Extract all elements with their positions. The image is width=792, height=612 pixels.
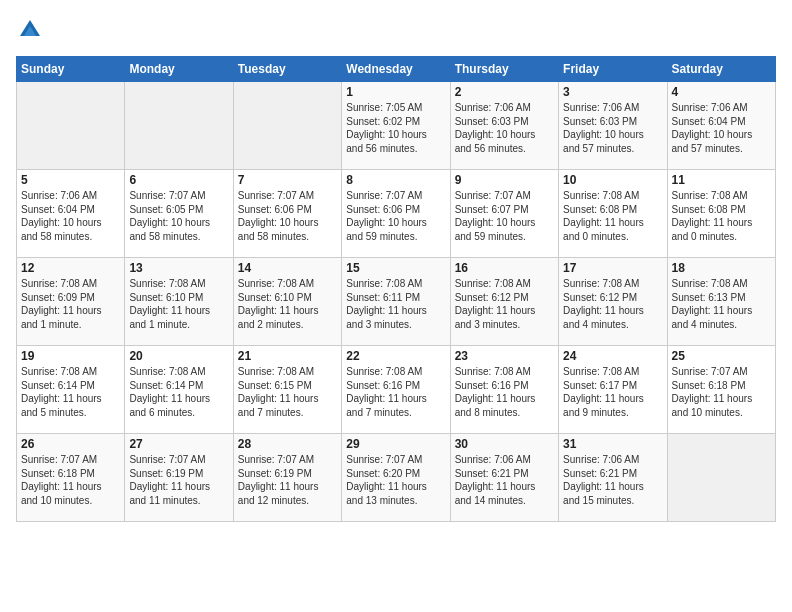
day-info: Sunrise: 7:06 AM Sunset: 6:04 PM Dayligh…	[21, 189, 120, 243]
day-number: 26	[21, 437, 120, 451]
calendar-cell: 19Sunrise: 7:08 AM Sunset: 6:14 PM Dayli…	[17, 346, 125, 434]
calendar-week-3: 19Sunrise: 7:08 AM Sunset: 6:14 PM Dayli…	[17, 346, 776, 434]
calendar-cell: 10Sunrise: 7:08 AM Sunset: 6:08 PM Dayli…	[559, 170, 667, 258]
day-info: Sunrise: 7:08 AM Sunset: 6:10 PM Dayligh…	[129, 277, 228, 331]
calendar-week-0: 1Sunrise: 7:05 AM Sunset: 6:02 PM Daylig…	[17, 82, 776, 170]
calendar-cell: 30Sunrise: 7:06 AM Sunset: 6:21 PM Dayli…	[450, 434, 558, 522]
calendar-cell: 2Sunrise: 7:06 AM Sunset: 6:03 PM Daylig…	[450, 82, 558, 170]
calendar-cell: 27Sunrise: 7:07 AM Sunset: 6:19 PM Dayli…	[125, 434, 233, 522]
header-saturday: Saturday	[667, 57, 775, 82]
day-info: Sunrise: 7:06 AM Sunset: 6:03 PM Dayligh…	[563, 101, 662, 155]
day-info: Sunrise: 7:08 AM Sunset: 6:12 PM Dayligh…	[563, 277, 662, 331]
calendar-cell: 16Sunrise: 7:08 AM Sunset: 6:12 PM Dayli…	[450, 258, 558, 346]
day-info: Sunrise: 7:06 AM Sunset: 6:03 PM Dayligh…	[455, 101, 554, 155]
day-info: Sunrise: 7:07 AM Sunset: 6:19 PM Dayligh…	[129, 453, 228, 507]
header-sunday: Sunday	[17, 57, 125, 82]
logo	[16, 16, 48, 44]
calendar-cell: 9Sunrise: 7:07 AM Sunset: 6:07 PM Daylig…	[450, 170, 558, 258]
calendar-cell: 21Sunrise: 7:08 AM Sunset: 6:15 PM Dayli…	[233, 346, 341, 434]
calendar-cell: 12Sunrise: 7:08 AM Sunset: 6:09 PM Dayli…	[17, 258, 125, 346]
calendar-cell: 17Sunrise: 7:08 AM Sunset: 6:12 PM Dayli…	[559, 258, 667, 346]
day-info: Sunrise: 7:08 AM Sunset: 6:16 PM Dayligh…	[346, 365, 445, 419]
day-number: 8	[346, 173, 445, 187]
day-number: 17	[563, 261, 662, 275]
calendar-week-2: 12Sunrise: 7:08 AM Sunset: 6:09 PM Dayli…	[17, 258, 776, 346]
day-number: 3	[563, 85, 662, 99]
day-number: 13	[129, 261, 228, 275]
calendar-cell: 8Sunrise: 7:07 AM Sunset: 6:06 PM Daylig…	[342, 170, 450, 258]
day-info: Sunrise: 7:08 AM Sunset: 6:09 PM Dayligh…	[21, 277, 120, 331]
day-number: 19	[21, 349, 120, 363]
day-number: 25	[672, 349, 771, 363]
day-info: Sunrise: 7:07 AM Sunset: 6:18 PM Dayligh…	[672, 365, 771, 419]
day-info: Sunrise: 7:08 AM Sunset: 6:17 PM Dayligh…	[563, 365, 662, 419]
day-info: Sunrise: 7:05 AM Sunset: 6:02 PM Dayligh…	[346, 101, 445, 155]
calendar-cell: 26Sunrise: 7:07 AM Sunset: 6:18 PM Dayli…	[17, 434, 125, 522]
day-number: 10	[563, 173, 662, 187]
calendar-cell	[17, 82, 125, 170]
day-info: Sunrise: 7:06 AM Sunset: 6:21 PM Dayligh…	[563, 453, 662, 507]
calendar-cell: 13Sunrise: 7:08 AM Sunset: 6:10 PM Dayli…	[125, 258, 233, 346]
day-number: 31	[563, 437, 662, 451]
calendar-cell: 7Sunrise: 7:07 AM Sunset: 6:06 PM Daylig…	[233, 170, 341, 258]
day-number: 24	[563, 349, 662, 363]
day-number: 9	[455, 173, 554, 187]
day-number: 27	[129, 437, 228, 451]
day-number: 23	[455, 349, 554, 363]
day-info: Sunrise: 7:07 AM Sunset: 6:07 PM Dayligh…	[455, 189, 554, 243]
day-info: Sunrise: 7:07 AM Sunset: 6:06 PM Dayligh…	[346, 189, 445, 243]
calendar-cell: 22Sunrise: 7:08 AM Sunset: 6:16 PM Dayli…	[342, 346, 450, 434]
day-info: Sunrise: 7:08 AM Sunset: 6:16 PM Dayligh…	[455, 365, 554, 419]
day-number: 7	[238, 173, 337, 187]
calendar-cell: 6Sunrise: 7:07 AM Sunset: 6:05 PM Daylig…	[125, 170, 233, 258]
day-number: 15	[346, 261, 445, 275]
day-number: 29	[346, 437, 445, 451]
header-monday: Monday	[125, 57, 233, 82]
day-info: Sunrise: 7:07 AM Sunset: 6:18 PM Dayligh…	[21, 453, 120, 507]
header-tuesday: Tuesday	[233, 57, 341, 82]
day-number: 4	[672, 85, 771, 99]
day-info: Sunrise: 7:07 AM Sunset: 6:20 PM Dayligh…	[346, 453, 445, 507]
calendar-cell: 20Sunrise: 7:08 AM Sunset: 6:14 PM Dayli…	[125, 346, 233, 434]
calendar-cell: 31Sunrise: 7:06 AM Sunset: 6:21 PM Dayli…	[559, 434, 667, 522]
calendar-cell: 3Sunrise: 7:06 AM Sunset: 6:03 PM Daylig…	[559, 82, 667, 170]
calendar-cell: 5Sunrise: 7:06 AM Sunset: 6:04 PM Daylig…	[17, 170, 125, 258]
logo-icon	[16, 16, 44, 44]
day-info: Sunrise: 7:06 AM Sunset: 6:04 PM Dayligh…	[672, 101, 771, 155]
day-number: 6	[129, 173, 228, 187]
day-number: 11	[672, 173, 771, 187]
day-info: Sunrise: 7:06 AM Sunset: 6:21 PM Dayligh…	[455, 453, 554, 507]
day-number: 18	[672, 261, 771, 275]
day-number: 20	[129, 349, 228, 363]
day-info: Sunrise: 7:07 AM Sunset: 6:06 PM Dayligh…	[238, 189, 337, 243]
day-number: 21	[238, 349, 337, 363]
calendar-cell	[233, 82, 341, 170]
day-info: Sunrise: 7:08 AM Sunset: 6:14 PM Dayligh…	[21, 365, 120, 419]
day-number: 1	[346, 85, 445, 99]
calendar-cell: 18Sunrise: 7:08 AM Sunset: 6:13 PM Dayli…	[667, 258, 775, 346]
day-info: Sunrise: 7:08 AM Sunset: 6:14 PM Dayligh…	[129, 365, 228, 419]
calendar-cell	[125, 82, 233, 170]
day-number: 30	[455, 437, 554, 451]
day-number: 22	[346, 349, 445, 363]
calendar-cell: 14Sunrise: 7:08 AM Sunset: 6:10 PM Dayli…	[233, 258, 341, 346]
day-info: Sunrise: 7:08 AM Sunset: 6:11 PM Dayligh…	[346, 277, 445, 331]
header-wednesday: Wednesday	[342, 57, 450, 82]
calendar-cell: 25Sunrise: 7:07 AM Sunset: 6:18 PM Dayli…	[667, 346, 775, 434]
day-number: 14	[238, 261, 337, 275]
calendar-cell: 29Sunrise: 7:07 AM Sunset: 6:20 PM Dayli…	[342, 434, 450, 522]
day-info: Sunrise: 7:08 AM Sunset: 6:08 PM Dayligh…	[672, 189, 771, 243]
day-info: Sunrise: 7:08 AM Sunset: 6:08 PM Dayligh…	[563, 189, 662, 243]
calendar-cell: 4Sunrise: 7:06 AM Sunset: 6:04 PM Daylig…	[667, 82, 775, 170]
day-info: Sunrise: 7:07 AM Sunset: 6:19 PM Dayligh…	[238, 453, 337, 507]
day-number: 12	[21, 261, 120, 275]
calendar-cell: 28Sunrise: 7:07 AM Sunset: 6:19 PM Dayli…	[233, 434, 341, 522]
calendar-week-4: 26Sunrise: 7:07 AM Sunset: 6:18 PM Dayli…	[17, 434, 776, 522]
day-number: 2	[455, 85, 554, 99]
calendar-cell: 1Sunrise: 7:05 AM Sunset: 6:02 PM Daylig…	[342, 82, 450, 170]
day-info: Sunrise: 7:07 AM Sunset: 6:05 PM Dayligh…	[129, 189, 228, 243]
day-number: 16	[455, 261, 554, 275]
header-thursday: Thursday	[450, 57, 558, 82]
header-friday: Friday	[559, 57, 667, 82]
page-header	[16, 16, 776, 44]
